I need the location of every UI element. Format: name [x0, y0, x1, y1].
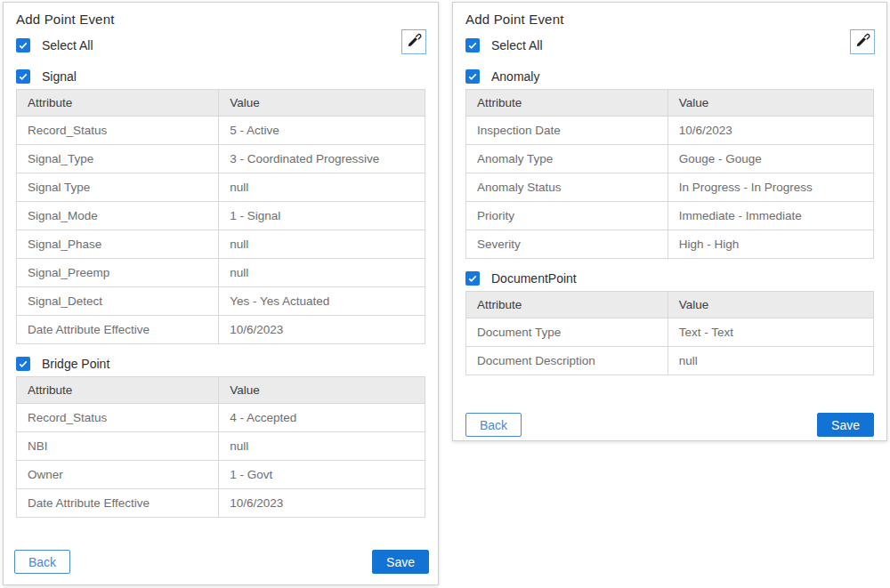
value-cell: null: [219, 432, 425, 461]
column-header-attribute: Attribute: [466, 292, 668, 318]
attribute-cell: Date Attribute Effective: [17, 316, 219, 344]
attribute-cell: Signal_Mode: [17, 202, 219, 230]
table-row: Date Attribute Effective10/6/2023: [17, 489, 425, 518]
save-button[interactable]: Save: [817, 413, 874, 437]
value-cell: Yes - Yes Actuated: [219, 287, 425, 316]
value-cell: 1 - Govt: [219, 461, 425, 489]
select-all-checkbox[interactable]: [465, 38, 480, 52]
section-signal: SignalAttributeValueRecord_Status5 - Act…: [16, 69, 425, 344]
attribute-cell: Anomaly Type: [466, 145, 668, 173]
table-row: Record_Status5 - Active: [17, 117, 425, 145]
value-cell: null: [219, 173, 425, 202]
table-row: Document Descriptionnull: [466, 347, 874, 375]
attribute-cell: Signal_Phase: [17, 230, 219, 259]
check-icon: [18, 71, 28, 82]
sections-container: SignalAttributeValueRecord_Status5 - Act…: [16, 69, 425, 518]
attribute-table: AttributeValueDocument TypeText - TextDo…: [465, 291, 874, 375]
value-cell: null: [668, 347, 873, 375]
select-all-checkbox[interactable]: [16, 38, 30, 52]
check-icon: [18, 40, 28, 51]
section-bridge-point: Bridge PointAttributeValueRecord_Status4…: [16, 357, 425, 518]
value-cell: Text - Text: [668, 318, 873, 347]
check-icon: [18, 358, 28, 369]
eyedropper-icon: [407, 33, 422, 51]
table-row: Signal_Phasenull: [17, 230, 425, 259]
value-cell: null: [219, 259, 425, 287]
attribute-table: AttributeValueRecord_Status5 - ActiveSig…: [16, 89, 425, 344]
sections-container: AnomalyAttributeValueInspection Date10/6…: [465, 69, 874, 375]
back-button[interactable]: Back: [465, 413, 522, 437]
add-point-event-panel-right: Add Point Event Select All AnomalyAttrib…: [452, 2, 887, 441]
footer-actions: Back Save: [14, 550, 429, 574]
table-row: Inspection Date10/6/2023: [466, 117, 874, 145]
section-label[interactable]: Bridge Point: [42, 357, 109, 371]
section-label[interactable]: Signal: [42, 69, 77, 84]
footer-actions: Back Save: [465, 413, 874, 437]
select-all-label[interactable]: Select All: [42, 38, 93, 52]
attribute-cell: Priority: [466, 202, 668, 230]
section-checkbox-anomaly[interactable]: [465, 69, 480, 84]
select-all-row[interactable]: Select All: [16, 38, 425, 52]
select-all-row[interactable]: Select All: [465, 38, 874, 52]
page: Add Point Event Select All SignalAttribu…: [0, 0, 890, 588]
save-button[interactable]: Save: [372, 550, 429, 574]
check-icon: [467, 40, 478, 51]
back-button[interactable]: Back: [14, 550, 70, 574]
attribute-cell: Document Type: [466, 318, 668, 347]
table-row: Signal_DetectYes - Yes Actuated: [17, 287, 425, 316]
value-cell: 10/6/2023: [219, 316, 425, 344]
attribute-cell: Record_Status: [17, 404, 219, 432]
attribute-cell: Signal Type: [17, 173, 219, 202]
table-row: Signal_Type3 - Coordinated Progressive: [17, 145, 425, 173]
attribute-cell: Document Description: [466, 347, 668, 375]
add-point-event-panel-left: Add Point Event Select All SignalAttribu…: [3, 2, 439, 585]
table-row: Document TypeText - Text: [466, 318, 874, 347]
table-row: Signal Typenull: [17, 173, 425, 202]
section-documentpoint: DocumentPointAttributeValueDocument Type…: [465, 271, 874, 375]
section-label[interactable]: Anomaly: [491, 69, 539, 84]
eyedropper-button[interactable]: [401, 29, 426, 54]
section-anomaly: AnomalyAttributeValueInspection Date10/6…: [465, 69, 874, 259]
column-header-value: Value: [668, 90, 873, 117]
column-header-value: Value: [219, 377, 425, 404]
value-cell: Gouge - Gouge: [668, 145, 873, 173]
select-all-label[interactable]: Select All: [491, 38, 543, 52]
value-cell: Immediate - Immediate: [668, 202, 873, 230]
table-header-row: AttributeValue: [17, 377, 425, 404]
table-row: SeverityHigh - High: [466, 230, 874, 259]
attribute-cell: Date Attribute Effective: [17, 489, 219, 518]
section-label[interactable]: DocumentPoint: [491, 271, 577, 286]
section-checkbox-row-signal[interactable]: Signal: [16, 69, 425, 84]
section-checkbox-bridge-point[interactable]: [16, 357, 30, 371]
check-icon: [467, 273, 478, 284]
eyedropper-icon: [855, 33, 870, 51]
attribute-cell: Owner: [17, 461, 219, 489]
attribute-cell: NBI: [17, 432, 219, 461]
column-header-value: Value: [219, 90, 425, 117]
section-checkbox-row-anomaly[interactable]: Anomaly: [465, 69, 874, 84]
table-header-row: AttributeValue: [17, 90, 425, 117]
section-checkbox-row-documentpoint[interactable]: DocumentPoint: [465, 271, 874, 286]
table-row: Signal_Preempnull: [17, 259, 425, 287]
eyedropper-button[interactable]: [850, 29, 875, 54]
attribute-cell: Signal_Preemp: [17, 259, 219, 287]
column-header-attribute: Attribute: [17, 90, 219, 117]
value-cell: 4 - Accepted: [219, 404, 425, 432]
column-header-value: Value: [668, 292, 873, 318]
table-row: Signal_Mode1 - Signal: [17, 202, 425, 230]
table-row: Date Attribute Effective10/6/2023: [17, 316, 425, 344]
attribute-cell: Anomaly Status: [466, 173, 668, 202]
section-checkbox-row-bridge-point[interactable]: Bridge Point: [16, 357, 425, 371]
section-checkbox-signal[interactable]: [16, 69, 30, 84]
table-row: NBInull: [17, 432, 425, 461]
attribute-table: AttributeValueInspection Date10/6/2023An…: [465, 89, 874, 259]
table-row: Record_Status4 - Accepted: [17, 404, 425, 432]
attribute-cell: Inspection Date: [466, 117, 668, 145]
section-checkbox-documentpoint[interactable]: [465, 271, 480, 286]
table-row: PriorityImmediate - Immediate: [466, 202, 874, 230]
page-title: Add Point Event: [465, 12, 874, 27]
attribute-table: AttributeValueRecord_Status4 - AcceptedN…: [16, 376, 425, 518]
value-cell: 1 - Signal: [219, 202, 425, 230]
value-cell: null: [219, 230, 425, 259]
value-cell: 10/6/2023: [219, 489, 425, 518]
